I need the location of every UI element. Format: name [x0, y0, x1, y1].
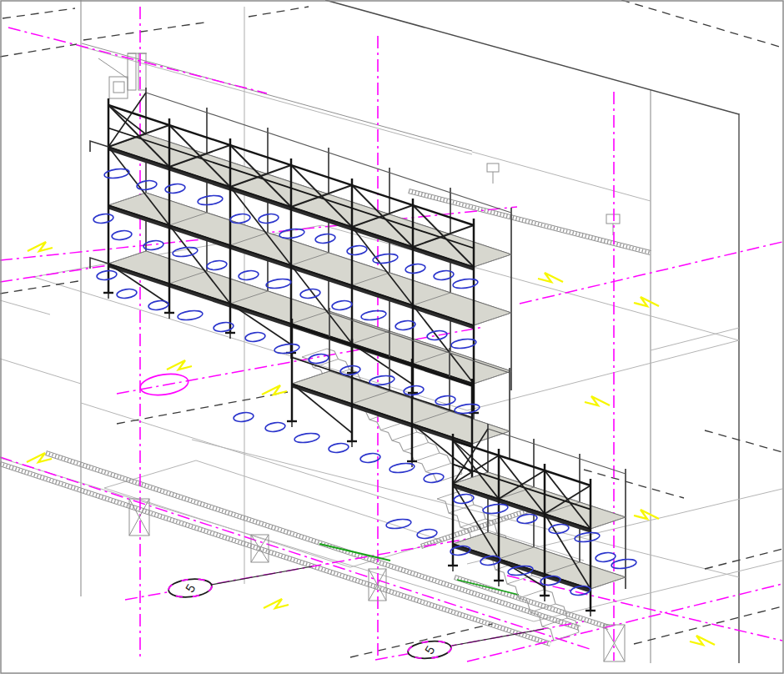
coupler-marker	[369, 375, 395, 386]
hidden-edge	[117, 392, 288, 424]
coupler-marker	[229, 213, 250, 224]
scaffold-deck	[453, 472, 626, 529]
hidden-edge	[584, 470, 684, 498]
coupler-marker	[453, 493, 474, 505]
direction-arrow	[634, 297, 659, 306]
coupler-marker	[206, 259, 227, 271]
annotations-layer: 55	[139, 371, 544, 661]
building-edge	[192, 440, 739, 577]
building-edge	[0, 359, 81, 384]
direction-arrow	[585, 396, 610, 405]
stair-tread	[426, 464, 451, 472]
beam-edge	[0, 465, 550, 646]
coupler-marker	[148, 299, 168, 311]
direction-arrow-glyph	[28, 242, 53, 251]
green-edge-line	[319, 544, 390, 561]
direction-arrow-glyph	[167, 360, 192, 370]
hidden-edge	[3, 8, 75, 18]
coupler-marker	[331, 299, 352, 311]
coupler-marker	[360, 309, 386, 321]
building-edge	[472, 152, 651, 201]
grid-bubble[interactable]: 5	[407, 639, 452, 660]
cad-viewport[interactable]: 55	[0, 0, 784, 674]
building-edge	[467, 340, 739, 410]
building-edge	[325, 0, 739, 114]
stair-tread	[392, 432, 417, 440]
coupler-marker	[482, 503, 508, 515]
coupler-marker	[264, 421, 285, 433]
wall-fixture	[109, 77, 128, 98]
coupler-marker	[299, 288, 320, 299]
stair-tread	[519, 590, 544, 598]
coupler-marker	[136, 179, 157, 191]
direction-arrow-glyph	[585, 396, 610, 405]
direction-arrow	[262, 385, 287, 395]
grid-bubble[interactable]: 5	[168, 577, 213, 599]
hidden-edge	[249, 7, 309, 17]
stair-tread	[404, 443, 429, 451]
building-edge	[0, 300, 50, 314]
coupler-marker	[258, 213, 279, 224]
coupler-marker	[314, 233, 335, 244]
main-scaffold-upper	[90, 88, 511, 419]
direction-arrow	[634, 510, 659, 519]
coupler-marker	[611, 558, 636, 570]
building-edge	[651, 328, 739, 350]
direction-arrow-glyph	[690, 636, 715, 645]
coupler-marker	[346, 244, 367, 256]
direction-arrow	[264, 599, 289, 608]
direction-arrow-glyph	[262, 385, 287, 395]
gridline-diagonal	[0, 265, 108, 282]
direction-arrow-glyph	[634, 297, 659, 306]
coupler-marker	[172, 246, 198, 258]
coupler-marker	[116, 288, 137, 299]
cad-3d-view[interactable]: 55	[0, 0, 784, 674]
coupler-marker	[405, 263, 425, 274]
hidden-edge	[0, 44, 77, 57]
stair-tread	[554, 632, 579, 641]
coupler-marker	[595, 551, 616, 563]
coupler-marker	[265, 278, 291, 289]
direction-arrow	[538, 273, 563, 282]
hidden-edge	[0, 280, 83, 294]
direction-arrow-glyph	[538, 273, 563, 282]
direction-arrow-glyph	[264, 599, 289, 608]
wall-fixture-line	[98, 58, 128, 78]
coupler-marker	[111, 229, 132, 241]
building-edge	[104, 488, 350, 567]
hidden-edge	[83, 23, 204, 40]
scaffold-layer	[90, 88, 626, 616]
bubble-leader	[211, 566, 312, 585]
coupler-marker	[389, 462, 415, 474]
coupler-marker	[93, 213, 113, 224]
wall-fixture	[487, 163, 499, 172]
stair-tread	[415, 453, 440, 461]
coupler-marker	[233, 411, 254, 423]
coupler-marker	[328, 442, 349, 454]
coupler-marker	[238, 269, 259, 281]
direction-arrow-glyph	[27, 453, 52, 462]
coupler-marker	[177, 309, 203, 321]
direction-arrow	[690, 636, 715, 645]
side-bracket	[90, 141, 108, 152]
coupler-marker	[423, 472, 444, 484]
coupler-marker	[244, 331, 265, 343]
coupler-marker	[294, 432, 319, 444]
hidden-edge	[621, 0, 782, 48]
hidden-edge	[634, 606, 782, 644]
wall-fixture	[113, 82, 124, 93]
hidden-edge	[705, 430, 782, 452]
bubble-leader	[452, 629, 544, 646]
coupler-marker	[96, 269, 117, 281]
stair-tower	[448, 424, 626, 616]
direction-arrow	[167, 360, 192, 370]
gridline-diagonal	[8, 28, 267, 93]
coupler-marker	[197, 194, 223, 206]
direction-arrow	[28, 242, 53, 251]
direction-arrows-layer	[27, 242, 715, 645]
coupler-marker	[435, 395, 455, 406]
direction-arrow-glyph	[634, 510, 659, 519]
coupler-marker	[164, 183, 185, 194]
scaffold-deck	[453, 532, 626, 589]
direction-arrow	[27, 453, 52, 462]
